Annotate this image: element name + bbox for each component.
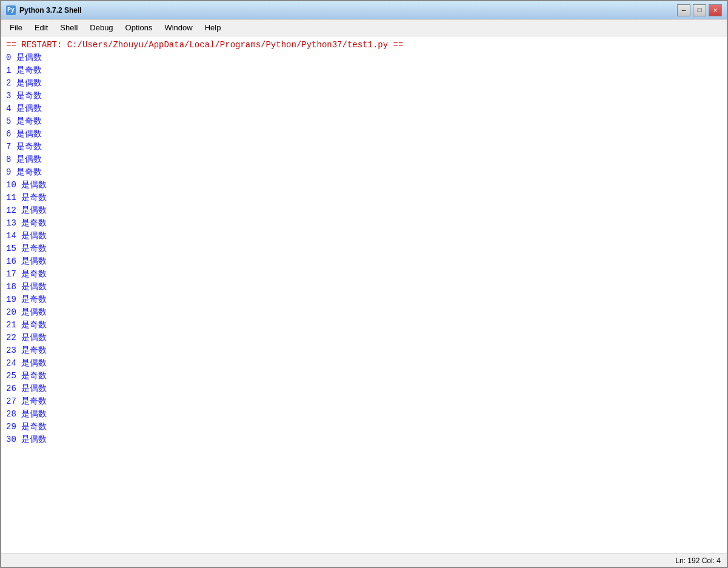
cursor-position: Ln: 192 Col: 4: [675, 556, 721, 565]
output-line: 28 是偶数: [6, 408, 722, 421]
menu-bar: FileEditShellDebugOptionsWindowHelp: [1, 19, 727, 36]
output-line: 25 是奇数: [6, 370, 722, 383]
output-line: 18 是偶数: [6, 281, 722, 293]
minimize-button[interactable]: —: [677, 4, 690, 16]
output-line: 4 是偶数: [6, 102, 722, 115]
output-line: 6 是偶数: [6, 128, 722, 141]
menu-item-window[interactable]: Window: [158, 21, 198, 35]
output-line: 29 是奇数: [6, 421, 722, 433]
output-line: 16 是偶数: [6, 255, 722, 268]
restart-line: == RESTART: C:/Users/Zhouyu/AppData/Loca…: [6, 39, 722, 52]
output-line: 8 是偶数: [6, 153, 722, 166]
output-line: 13 是奇数: [6, 217, 722, 230]
output-line: 11 是奇数: [6, 192, 722, 204]
status-bar: Ln: 192 Col: 4: [1, 553, 727, 567]
menu-item-file[interactable]: File: [4, 21, 28, 35]
output-line: 0 是偶数: [6, 52, 722, 64]
close-button[interactable]: ✕: [709, 4, 722, 16]
output-line: 14 是偶数: [6, 230, 722, 242]
output-line: 10 是偶数: [6, 179, 722, 192]
app-icon: Py: [6, 5, 16, 15]
output-line: 3 是奇数: [6, 90, 722, 102]
content-area: == RESTART: C:/Users/Zhouyu/AppData/Loca…: [1, 36, 727, 553]
output-lines: 0 是偶数1 是奇数2 是偶数3 是奇数4 是偶数5 是奇数6 是偶数7 是奇数…: [6, 52, 722, 446]
output-line: 2 是偶数: [6, 77, 722, 90]
output-line: 23 是奇数: [6, 344, 722, 357]
output-line: 21 是奇数: [6, 319, 722, 332]
output-line: 24 是偶数: [6, 357, 722, 370]
application-window: Py Python 3.7.2 Shell — □ ✕ FileEditShel…: [0, 0, 728, 568]
output-line: 22 是偶数: [6, 332, 722, 344]
menu-item-edit[interactable]: Edit: [28, 21, 54, 35]
maximize-button[interactable]: □: [693, 4, 706, 16]
output-line: 17 是奇数: [6, 268, 722, 281]
output-line: 15 是奇数: [6, 242, 722, 255]
output-line: 30 是偶数: [6, 433, 722, 446]
output-line: 12 是偶数: [6, 204, 722, 217]
title-bar-left: Py Python 3.7.2 Shell: [6, 5, 82, 15]
output-line: 1 是奇数: [6, 64, 722, 77]
title-bar: Py Python 3.7.2 Shell — □ ✕: [1, 1, 727, 19]
output-line: 7 是奇数: [6, 141, 722, 153]
output-line: 20 是偶数: [6, 306, 722, 319]
menu-item-shell[interactable]: Shell: [54, 21, 84, 35]
output-line: 19 是奇数: [6, 293, 722, 306]
output-line: 9 是奇数: [6, 166, 722, 179]
window-title: Python 3.7.2 Shell: [19, 6, 82, 15]
menu-item-options[interactable]: Options: [119, 21, 159, 35]
window-controls: — □ ✕: [677, 4, 722, 16]
output-line: 26 是偶数: [6, 383, 722, 395]
output-line: 27 是奇数: [6, 395, 722, 408]
output-area[interactable]: == RESTART: C:/Users/Zhouyu/AppData/Loca…: [1, 36, 727, 553]
output-line: 5 是奇数: [6, 115, 722, 128]
menu-item-help[interactable]: Help: [199, 21, 227, 35]
menu-item-debug[interactable]: Debug: [84, 21, 119, 35]
